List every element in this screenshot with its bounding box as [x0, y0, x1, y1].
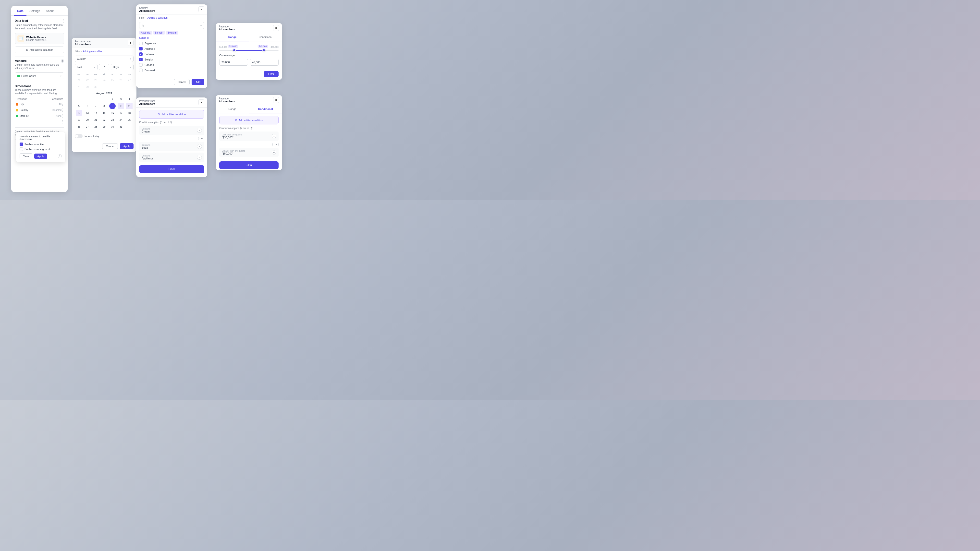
canada-checkbox[interactable]	[139, 63, 143, 67]
cal-day[interactable]: 23	[92, 77, 99, 83]
tab-data[interactable]: Data	[14, 6, 27, 16]
cal-day[interactable]: 25	[126, 117, 132, 123]
range-thumb-right[interactable]: $45,000	[262, 49, 265, 52]
cal-day[interactable]: 3	[118, 96, 124, 102]
include-today-toggle[interactable]	[75, 134, 83, 138]
segment-option[interactable]: Enable as a segment	[20, 148, 62, 151]
cal-day[interactable]: 21	[76, 77, 82, 83]
cal-day[interactable]: 15	[101, 110, 107, 116]
belgium-checkbox[interactable]: ✓	[139, 58, 143, 61]
cal-day[interactable]: 28	[92, 124, 99, 130]
cal-day[interactable]: 25	[109, 77, 116, 83]
days-select[interactable]: Days ▾	[111, 64, 134, 70]
select-all-link[interactable]: Select all	[139, 37, 204, 39]
cal-day[interactable]: 27	[84, 124, 91, 130]
cal-day[interactable]: 4	[126, 96, 132, 102]
apply-button[interactable]: Apply	[34, 154, 47, 159]
filter-icon[interactable]: ≡	[199, 6, 204, 12]
denmark-checkbox[interactable]	[139, 68, 143, 72]
list-item[interactable]: ✓ Belgium	[139, 57, 204, 62]
clear-button[interactable]: Clear	[20, 153, 32, 159]
cancel-button[interactable]: Cancel	[102, 143, 118, 149]
range-input-right[interactable]: 45,000	[250, 59, 278, 66]
city-more-icon[interactable]	[62, 103, 63, 106]
filter-button2[interactable]: Filter	[264, 71, 278, 77]
tab-conditional[interactable]: Conditional	[249, 33, 282, 41]
cal-day[interactable]: 24	[101, 77, 107, 83]
filter-lines-icon[interactable]: ≡	[128, 40, 134, 46]
list-item[interactable]: Canada	[139, 62, 204, 68]
cal-day[interactable]: 30	[92, 84, 99, 90]
tab-range2[interactable]: Range	[216, 105, 249, 113]
cal-day-range[interactable]: 10	[118, 103, 124, 109]
cal-day[interactable]: 14	[92, 110, 99, 116]
cal-day[interactable]: 28	[76, 84, 82, 90]
bahrain-checkbox[interactable]: ✓	[139, 52, 143, 56]
cal-day-selected[interactable]: 9	[109, 103, 116, 109]
remove-soda-button[interactable]: −	[197, 144, 202, 149]
add-condition-button2[interactable]: ⊕ Add a filter condition	[219, 116, 278, 124]
filter-option[interactable]: ✓ Enable as a filter	[20, 143, 62, 146]
filter-icon4[interactable]: ≡	[273, 97, 279, 103]
cal-day[interactable]: 30	[109, 124, 116, 130]
add-condition-button[interactable]: ⊕ Add a filter condition	[139, 110, 204, 119]
filter-button[interactable]: Filter	[139, 165, 204, 173]
cal-day[interactable]: 21	[92, 117, 99, 123]
cal-day-range[interactable]: 11	[126, 103, 132, 109]
cal-day[interactable]: 13	[84, 110, 91, 116]
cal-day[interactable]: 8	[101, 103, 107, 109]
tab-conditional2[interactable]: Conditional	[249, 105, 282, 113]
list-item[interactable]: Argentina	[139, 41, 204, 46]
cal-day[interactable]: 24	[118, 117, 124, 123]
remove-cream-button[interactable]: −	[197, 128, 202, 133]
remove-appliance-button[interactable]: −	[197, 155, 202, 160]
last-select[interactable]: Last ▾	[75, 64, 97, 70]
extra-more-icon[interactable]	[62, 120, 63, 124]
cal-day-today[interactable]: 16	[109, 110, 116, 116]
filter-icon3[interactable]: ≡	[273, 25, 279, 31]
cal-day[interactable]: 27	[126, 77, 132, 83]
filter-checkbox[interactable]: ✓	[20, 143, 23, 146]
remove-gte-button[interactable]: −	[272, 150, 276, 154]
condition-select[interactable]: Is ▾	[139, 22, 204, 29]
cal-day[interactable]: 19	[76, 117, 82, 123]
segment-checkbox[interactable]	[20, 148, 23, 151]
cal-day[interactable]: 29	[101, 124, 107, 130]
cal-day[interactable]: 26	[118, 77, 124, 83]
cal-day[interactable]: 31	[118, 124, 124, 130]
cal-day[interactable]: 29	[84, 84, 91, 90]
cal-day[interactable]: 1	[101, 96, 107, 102]
cal-day[interactable]: 6	[84, 103, 91, 109]
cal-day[interactable]: 17	[118, 110, 124, 116]
add-button[interactable]: Add	[192, 79, 204, 85]
list-item[interactable]: ✓ Australia	[139, 46, 204, 51]
cal-day[interactable]: 26	[76, 124, 82, 130]
australia-checkbox[interactable]: ✓	[139, 47, 143, 51]
argentina-checkbox[interactable]	[139, 41, 143, 45]
cal-day[interactable]: 7	[92, 103, 99, 109]
days-input[interactable]: 7	[99, 64, 109, 70]
measure-help-icon[interactable]: ?	[61, 59, 64, 63]
range-thumb-left[interactable]: $20,000	[233, 49, 236, 52]
cancel-button[interactable]: Cancel	[174, 79, 189, 85]
cal-day-range[interactable]: 12	[76, 110, 82, 116]
custom-select[interactable]: Custom ▾	[75, 56, 134, 62]
filter-button3[interactable]: Filter	[219, 161, 278, 169]
list-item[interactable]: Denmark	[139, 68, 204, 73]
tab-settings[interactable]: Settings	[27, 6, 43, 16]
cal-day[interactable]: 23	[109, 117, 116, 123]
apply-button[interactable]: Apply	[120, 143, 134, 149]
add-filter-button[interactable]: ⊞ Add source data filter	[15, 46, 64, 53]
filter-icon2[interactable]: ≡	[199, 99, 204, 105]
list-item[interactable]: ✓ Bahrain	[139, 51, 204, 57]
help-icon[interactable]: ?	[58, 154, 62, 158]
storeid-more-icon[interactable]	[62, 114, 63, 118]
more-options-icon[interactable]	[64, 19, 64, 22]
cal-day[interactable]: 22	[84, 77, 91, 83]
cal-day[interactable]: 22	[101, 117, 107, 123]
remove-lte-button[interactable]: −	[272, 134, 276, 138]
range-input-left[interactable]: 20,000	[219, 59, 248, 66]
cal-day[interactable]: 5	[76, 103, 82, 109]
country-more-icon[interactable]	[62, 108, 63, 112]
cal-day[interactable]: 2	[109, 96, 116, 102]
